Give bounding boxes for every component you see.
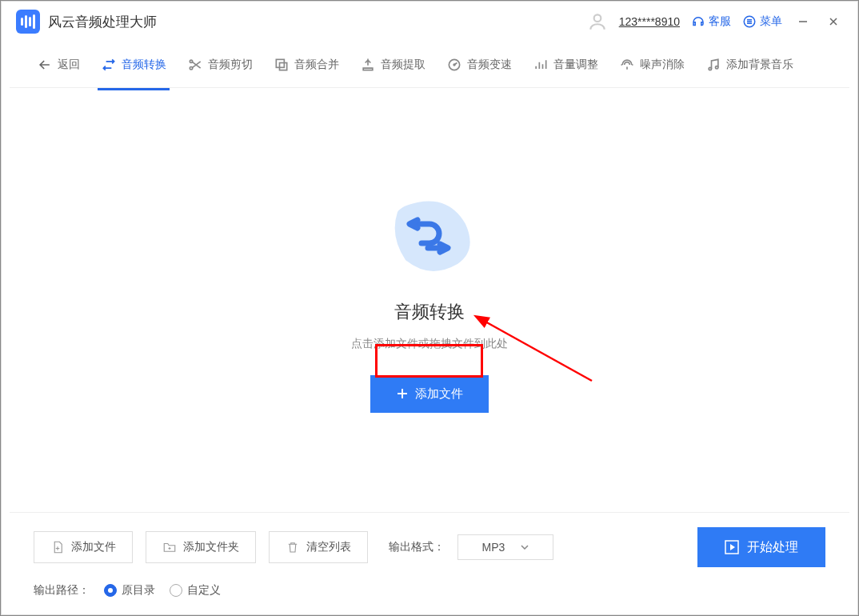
tab-extract[interactable]: 音频提取: [357, 50, 429, 79]
back-arrow-icon: [37, 57, 53, 73]
folder-plus-icon: [162, 540, 177, 554]
speed-icon: [446, 57, 462, 73]
convert-icon: [101, 57, 117, 73]
tab-label: 音频提取: [381, 58, 426, 72]
tab-volume[interactable]: 音量调整: [529, 50, 601, 79]
app-title: 风云音频处理大师: [48, 13, 157, 31]
output-format-select[interactable]: MP3: [457, 534, 553, 560]
svg-point-7: [453, 64, 455, 66]
chevron-down-icon: [521, 545, 529, 550]
tab-merge[interactable]: 音频合并: [270, 50, 342, 79]
back-button[interactable]: 返回: [34, 50, 83, 79]
svg-point-8: [709, 67, 711, 70]
clear-list-button[interactable]: 清空列表: [269, 531, 368, 563]
add-folder-button[interactable]: 添加文件夹: [146, 531, 256, 563]
music-icon: [705, 57, 721, 73]
file-plus-icon: [50, 540, 65, 554]
btn-label: 添加文件夹: [183, 540, 239, 554]
tab-cut[interactable]: 音频剪切: [184, 50, 256, 79]
support-link[interactable]: 客服: [691, 14, 731, 29]
tab-label: 音频合并: [294, 58, 339, 72]
tab-label: 音频转换: [122, 58, 166, 72]
radio-dot-icon: [104, 584, 117, 597]
add-file-button[interactable]: 添加文件: [34, 531, 133, 563]
radio-original-dir[interactable]: 原目录: [104, 583, 155, 598]
tab-label: 添加背景音乐: [726, 58, 793, 72]
plus-icon: [396, 387, 409, 400]
trash-icon: [286, 540, 300, 554]
svg-point-3: [190, 66, 192, 69]
tab-noise[interactable]: 噪声消除: [616, 50, 688, 79]
bottom-panel: 添加文件 添加文件夹 清空列表 输出格式： MP3 开始处理 输出路径： 原目录…: [10, 512, 849, 609]
tab-speed[interactable]: 音频变速: [443, 50, 515, 79]
add-file-label: 添加文件: [415, 386, 463, 402]
menu-label: 菜单: [760, 14, 782, 29]
format-value: MP3: [482, 541, 505, 554]
btn-label: 开始处理: [747, 539, 798, 556]
avatar-icon[interactable]: [587, 11, 608, 32]
toolbar: 返回 音频转换 音频剪切 音频合并 音频提取 音频变速 音量调整 噪声消除 添加…: [10, 42, 849, 88]
btn-label: 添加文件: [71, 540, 116, 554]
scissors-icon: [187, 57, 203, 73]
minimize-button[interactable]: [793, 12, 813, 31]
app-logo-icon: [16, 10, 40, 34]
extract-icon: [360, 57, 376, 73]
tab-label: 音频变速: [467, 58, 512, 72]
tab-label: 噪声消除: [640, 58, 685, 72]
menu-link[interactable]: 菜单: [742, 14, 782, 29]
back-label: 返回: [58, 58, 80, 72]
merge-icon: [274, 57, 290, 73]
tab-bgm[interactable]: 添加背景音乐: [702, 50, 797, 79]
user-id-link[interactable]: 123****8910: [619, 15, 680, 28]
btn-label: 清空列表: [306, 540, 351, 554]
tab-label: 音频剪切: [208, 58, 253, 72]
start-process-button[interactable]: 开始处理: [697, 527, 825, 567]
radio-label: 原目录: [122, 583, 155, 598]
noise-icon: [619, 57, 635, 73]
drop-zone-subtitle: 点击添加文件或拖拽文件到此处: [351, 337, 508, 351]
convert-hero-icon: [374, 188, 485, 284]
svg-point-9: [716, 66, 718, 68]
titlebar: 风云音频处理大师 123****8910 客服 菜单: [2, 2, 857, 42]
support-label: 客服: [709, 14, 731, 29]
svg-point-0: [593, 14, 601, 22]
radio-label: 自定义: [187, 583, 221, 598]
svg-rect-4: [276, 59, 284, 67]
svg-point-2: [190, 60, 192, 62]
svg-rect-5: [280, 62, 287, 70]
add-file-primary-button[interactable]: 添加文件: [370, 375, 489, 413]
radio-dot-icon: [170, 584, 182, 597]
close-button[interactable]: [824, 12, 843, 31]
output-path-label: 输出路径：: [34, 583, 90, 598]
drop-zone-title: 音频转换: [394, 300, 465, 324]
radio-custom-dir[interactable]: 自定义: [170, 583, 221, 598]
menu-icon: [742, 14, 757, 29]
output-format-label: 输出格式：: [389, 540, 445, 554]
play-icon: [725, 540, 739, 554]
headset-icon: [691, 14, 705, 29]
drop-zone[interactable]: 音频转换 点击添加文件或拖拽文件到此处 添加文件: [2, 88, 857, 512]
tab-convert[interactable]: 音频转换: [98, 50, 170, 79]
tab-label: 音量调整: [553, 58, 598, 72]
volume-icon: [533, 57, 549, 73]
